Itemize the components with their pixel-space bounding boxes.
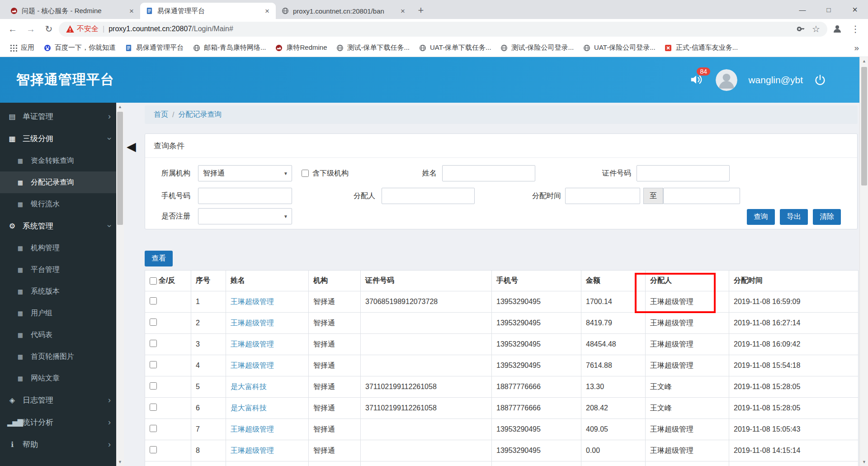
maximize-button[interactable]: □ <box>816 0 842 19</box>
org-select[interactable]: 智择通▼ <box>198 165 292 181</box>
sidebar-item[interactable]: ▦银行流水 <box>0 193 116 215</box>
id-input[interactable] <box>637 165 730 181</box>
name-link[interactable]: 王琳超级管理 <box>231 340 274 348</box>
select-all-checkbox[interactable] <box>150 277 157 285</box>
cell-text: 2019-11-08 15:54:18 <box>734 361 800 369</box>
cell-text: 王琳超级管理 <box>650 298 693 305</box>
cell-id: 370685198912073728 <box>361 291 492 313</box>
page-scroll-up-icon[interactable]: ▲ <box>860 57 868 65</box>
cell-time: 2019-11-08 14:15:14 <box>729 440 859 461</box>
sidebar-scroll-up-icon[interactable]: ▲ <box>116 103 124 111</box>
bookmark-item[interactable]: UAT-保单下载任务... <box>415 41 495 54</box>
name-link[interactable]: 是大富科技 <box>231 383 267 390</box>
row-checkbox[interactable] <box>150 425 157 432</box>
row-checkbox[interactable] <box>150 382 157 390</box>
profile-icon[interactable] <box>829 21 845 37</box>
sidebar-item[interactable]: ▦资金转账查询 <box>0 150 116 171</box>
name-link[interactable]: 王琳超级管理 <box>231 361 274 369</box>
sidebar-item[interactable]: ▦三级分佣› <box>0 128 116 150</box>
page-scrollbar[interactable]: ▲ ▼ <box>859 57 868 466</box>
new-tab-button[interactable]: + <box>414 4 428 17</box>
close-window-button[interactable]: × <box>842 0 868 19</box>
browser-tab[interactable]: proxy1.countnet.cn:20801/ban× <box>276 3 411 19</box>
page-scrollbar-thumb[interactable] <box>861 67 867 185</box>
time-start-input[interactable] <box>565 188 640 204</box>
row-checkbox[interactable] <box>150 297 157 304</box>
phone-input[interactable] <box>198 188 292 204</box>
sidebar-item[interactable]: ▦平台管理 <box>0 259 116 281</box>
forward-icon[interactable]: → <box>23 21 39 37</box>
sidebar-item[interactable]: ℹ帮助› <box>0 433 116 456</box>
cell-org: 智择通 <box>309 440 361 461</box>
sidebar-item[interactable]: ▦用户组 <box>0 302 116 324</box>
sidebar-item[interactable]: ▦系统版本 <box>0 281 116 302</box>
logout-power-icon[interactable] <box>814 74 826 86</box>
sidebar-scrollbar[interactable]: ▲ ▼ <box>116 103 124 466</box>
sidebar-item[interactable]: ▤单证管理› <box>0 105 116 128</box>
row-checkbox[interactable] <box>150 340 157 347</box>
browser-menu-icon[interactable]: ⋮ <box>847 21 863 37</box>
security-warning[interactable]: 不安全 <box>66 24 99 34</box>
cell-id: 371102199112261058 <box>361 398 492 419</box>
bookmark-item[interactable]: 康特Redmine <box>271 41 331 54</box>
view-button[interactable]: 查看 <box>145 251 173 266</box>
sidebar-item[interactable]: ▦代码表 <box>0 324 116 346</box>
cell-text: 371102199112261058 <box>365 383 437 390</box>
name-input[interactable] <box>442 165 535 181</box>
browser-tab[interactable]: 易保通管理平台× <box>140 3 276 19</box>
sidebar-collapse-arrow[interactable]: ◀ <box>127 141 136 153</box>
bookmark-item[interactable]: 正式-信通车友业务... <box>660 41 742 54</box>
row-checkbox[interactable] <box>150 404 157 411</box>
breadcrumb-home-link[interactable]: 首页 <box>154 110 168 119</box>
bookmark-star-icon[interactable]: ☆ <box>812 24 820 34</box>
close-tab-icon[interactable]: × <box>263 6 271 16</box>
row-checkbox[interactable] <box>150 446 157 453</box>
bookmark-item[interactable]: UAT-保险公司登录... <box>579 41 660 54</box>
row-checkbox[interactable] <box>150 319 157 326</box>
results-table-wrap: 全/反 序号 姓名 机构 证件号码 手机号 金额 分配人 分配时间 1王琳超级管… <box>145 270 858 466</box>
bookmark-item[interactable]: 易保通管理平台 <box>121 41 188 54</box>
key-icon[interactable] <box>797 24 806 33</box>
close-tab-icon[interactable]: × <box>399 6 407 16</box>
name-link[interactable]: 王琳超级管理 <box>231 447 274 454</box>
name-link[interactable]: 王琳超级管理 <box>231 425 274 433</box>
bookmark-item[interactable]: 邮箱-青岛康特网络... <box>189 41 270 54</box>
sidebar-scrollbar-thumb[interactable] <box>117 112 123 225</box>
bookmark-item[interactable]: 测试-保单下载任务... <box>332 41 414 54</box>
refresh-icon[interactable]: ↻ <box>41 21 57 37</box>
page-scroll-down-icon[interactable]: ▼ <box>860 458 868 466</box>
back-icon[interactable]: ← <box>5 21 21 37</box>
name-link[interactable]: 王琳超级管理 <box>231 298 274 305</box>
bookmarks-overflow-icon[interactable]: » <box>850 43 863 53</box>
cell-time: 2019-11-08 16:09:42 <box>729 334 859 355</box>
avatar[interactable] <box>716 69 737 91</box>
browser-tab[interactable]: 问题 - 核心服务 - Redmine× <box>5 3 140 19</box>
sidebar-scroll-down-icon[interactable]: ▼ <box>116 458 124 466</box>
cell-text: 王琳超级管理 <box>650 447 693 454</box>
search-button[interactable]: 查询 <box>747 209 775 225</box>
url-omnibox[interactable]: 不安全 | proxy1.countnet.cn:20807/Login/Mai… <box>59 22 827 37</box>
bookmark-item[interactable]: 应用 <box>5 41 38 54</box>
name-link[interactable]: 是大富科技 <box>231 404 267 412</box>
close-tab-icon[interactable]: × <box>127 6 136 16</box>
name-link[interactable]: 王琳超级管理 <box>231 319 274 327</box>
sidebar-item[interactable]: ◈日志管理› <box>0 389 116 411</box>
sidebar-item[interactable]: ▦分配记录查询 <box>0 171 116 193</box>
row-checkbox[interactable] <box>150 361 157 368</box>
notification-speaker-button[interactable]: 84 <box>689 73 705 87</box>
minimize-button[interactable]: — <box>789 0 816 19</box>
registered-select[interactable]: ▼ <box>198 208 292 224</box>
include-sub-checkbox[interactable] <box>302 170 309 177</box>
sidebar-item[interactable]: ▦网站文章 <box>0 367 116 389</box>
bookmark-item[interactable]: 测试-保险公司登录... <box>496 41 578 54</box>
time-end-input[interactable] <box>663 188 740 204</box>
sidebar-item[interactable]: ⚙系统管理› <box>0 215 116 237</box>
sidebar-item[interactable]: ▦机构管理 <box>0 237 116 259</box>
allocator-input[interactable] <box>382 188 475 204</box>
sidebar-item[interactable]: ▂▅▇统计分析› <box>0 411 116 433</box>
clear-button[interactable]: 清除 <box>813 209 841 225</box>
sidebar-item[interactable]: ▦首页轮播图片 <box>0 346 116 367</box>
export-button[interactable]: 导出 <box>780 209 808 225</box>
bookmark-item[interactable]: 百度一下，你就知道 <box>39 41 120 54</box>
cell-text: 13953290495 <box>496 425 541 433</box>
